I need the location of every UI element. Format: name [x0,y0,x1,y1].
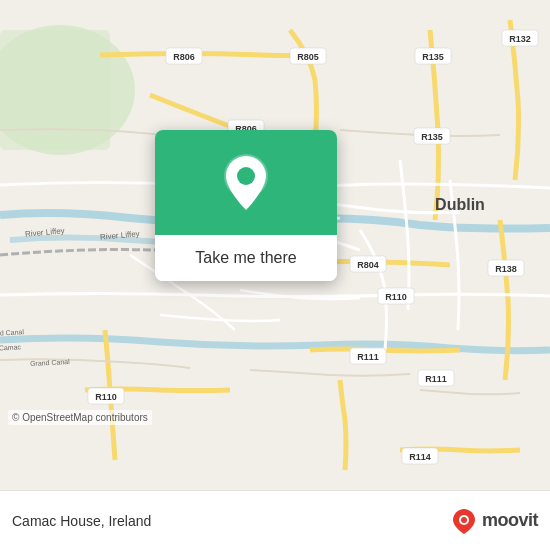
svg-text:R138: R138 [495,264,517,274]
svg-text:R132: R132 [509,34,531,44]
popup-card: Take me there [155,130,337,281]
svg-text:R114: R114 [409,452,431,462]
moovit-wordmark: moovit [482,510,538,531]
svg-text:R110: R110 [385,292,407,302]
svg-text:Camac: Camac [0,343,22,351]
popup-icon-area [155,130,337,235]
location-pin-icon [216,148,276,218]
attribution-text: © OpenStreetMap contributors [8,410,152,425]
svg-text:R110: R110 [95,392,117,402]
moovit-brand-icon [450,507,478,535]
svg-point-38 [237,167,255,185]
location-label: Camac House, Ireland [12,513,151,529]
moovit-logo: moovit [450,507,538,535]
svg-rect-2 [0,30,110,150]
bottom-bar: Camac House, Ireland moovit [0,490,550,550]
svg-text:R111: R111 [425,374,447,384]
map-container: R806 R805 R135 R132 R806 R135 Dublin R80… [0,0,550,490]
svg-point-40 [461,517,467,523]
svg-text:R804: R804 [357,260,379,270]
svg-text:Dublin: Dublin [435,196,485,213]
svg-text:R805: R805 [297,52,319,62]
svg-text:R806: R806 [173,52,195,62]
svg-text:R135: R135 [421,132,443,142]
svg-text:R135: R135 [422,52,444,62]
take-me-there-button[interactable]: Take me there [155,235,337,281]
svg-text:R111: R111 [357,352,379,362]
